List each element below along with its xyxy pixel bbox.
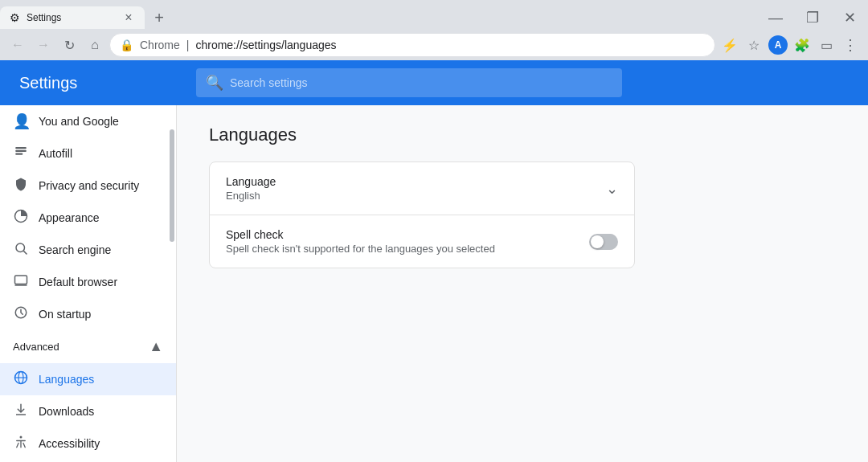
advanced-section-header[interactable]: Advanced ▲ <box>0 330 176 363</box>
sidebar-label-accessibility: Accessibility <box>39 437 100 450</box>
spell-check-item-text: Spell check Spell check isn't supported … <box>226 228 589 255</box>
minimize-button[interactable]: — <box>757 6 794 29</box>
sidebar-label-downloads: Downloads <box>39 405 94 418</box>
home-button[interactable]: ⌂ <box>84 34 106 56</box>
sidebar-item-languages[interactable]: Languages <box>0 363 176 395</box>
person-icon: 👤 <box>13 112 29 130</box>
sidebar-label-on-startup: On startup <box>39 308 91 321</box>
sidebar-item-you-and-google[interactable]: 👤 You and Google <box>0 105 176 137</box>
accessibility-icon <box>13 435 29 453</box>
close-window-button[interactable]: ✕ <box>831 6 868 29</box>
maximize-button[interactable]: ❐ <box>794 6 831 29</box>
page-title: Languages <box>209 125 836 145</box>
profile-avatar[interactable]: A <box>768 35 788 55</box>
address-separator: | <box>186 39 190 51</box>
downloads-icon <box>13 403 29 421</box>
toolbar-icons: ⚡ ☆ A 🧩 ▭ ⋮ <box>719 34 862 56</box>
profile-icon-wrap: A <box>767 34 789 56</box>
performance-button[interactable]: ⚡ <box>719 34 741 56</box>
toggle-thumb <box>591 235 604 248</box>
languages-icon <box>13 370 29 389</box>
tab-favicon: ⚙ <box>10 11 20 24</box>
address-url: chrome://settings/languages <box>195 39 705 51</box>
sidebar-label-search-engine: Search engine <box>39 243 111 256</box>
sidebar-label-default-browser: Default browser <box>39 276 117 288</box>
sidebar-item-default-browser[interactable]: Default browser <box>0 266 176 298</box>
extensions-button[interactable]: 🧩 <box>791 34 813 56</box>
search-icon: 🔍 <box>206 74 223 92</box>
settings-app-title: Settings <box>19 74 196 92</box>
language-item-subtitle: English <box>226 190 606 202</box>
svg-rect-0 <box>15 147 27 149</box>
tab-title: Settings <box>27 12 116 23</box>
sidebar-label-autofill: Autofill <box>39 147 72 160</box>
chrome-label: Chrome <box>140 39 180 51</box>
advanced-section-arrow: ▲ <box>149 338 163 355</box>
sidebar: 👤 You and Google Autofill Privacy and se… <box>0 105 177 462</box>
spell-check-item-title: Spell check <box>226 228 589 241</box>
settings-search-wrap[interactable]: 🔍 <box>196 68 622 97</box>
autofill-icon <box>13 145 29 163</box>
svg-rect-6 <box>15 276 27 284</box>
sidebar-label-languages: Languages <box>39 373 94 386</box>
sidebar-item-downloads[interactable]: Downloads <box>0 395 176 427</box>
main-content: Languages Language English ⌄ Spell check… <box>177 105 868 462</box>
settings-app: Settings 🔍 👤 You and Google Autofill <box>0 60 868 462</box>
advanced-section-title: Advanced <box>13 341 59 353</box>
language-item-title: Language <box>226 175 606 188</box>
settings-layout: 👤 You and Google Autofill Privacy and se… <box>0 105 868 462</box>
spell-check-item-subtitle: Spell check isn't supported for the lang… <box>226 243 589 255</box>
refresh-button[interactable]: ↻ <box>58 34 80 56</box>
sidebar-item-accessibility[interactable]: Accessibility <box>0 427 176 460</box>
search-engine-icon <box>13 241 29 260</box>
back-button[interactable]: ← <box>6 34 29 56</box>
language-item[interactable]: Language English ⌄ <box>210 162 634 215</box>
svg-rect-1 <box>15 149 27 151</box>
active-tab[interactable]: ⚙ Settings × <box>0 6 145 29</box>
sidebar-item-search-engine[interactable]: Search engine <box>0 234 176 266</box>
sidebar-label-privacy: Privacy and security <box>39 179 139 192</box>
sidebar-scrollbar-track <box>170 105 174 462</box>
svg-rect-2 <box>15 153 23 154</box>
cast-button[interactable]: ▭ <box>815 34 837 56</box>
svg-point-13 <box>20 435 23 438</box>
settings-search-input[interactable] <box>230 76 612 89</box>
window-controls: — ❐ ✕ <box>757 6 868 29</box>
spell-check-item[interactable]: Spell check Spell check isn't supported … <box>210 215 634 268</box>
startup-icon <box>13 305 29 324</box>
sidebar-label-you-and-google: You and Google <box>39 115 119 128</box>
bookmark-button[interactable]: ☆ <box>743 34 765 56</box>
language-chevron-icon: ⌄ <box>606 180 618 198</box>
shield-icon <box>13 177 29 195</box>
spell-check-toggle[interactable] <box>589 234 618 250</box>
forward-button[interactable]: → <box>32 34 55 56</box>
svg-point-4 <box>16 243 25 252</box>
sidebar-item-autofill[interactable]: Autofill <box>0 137 176 170</box>
security-lock-icon: 🔒 <box>120 39 133 51</box>
sidebar-label-appearance: Appearance <box>39 211 100 224</box>
svg-line-5 <box>23 251 27 254</box>
address-bar[interactable]: 🔒 Chrome | chrome://settings/languages <box>109 33 715 57</box>
tab-close-button[interactable]: × <box>122 11 135 24</box>
chrome-menu-button[interactable]: ⋮ <box>839 34 862 56</box>
language-item-text: Language English <box>226 175 606 202</box>
sidebar-scrollbar-thumb[interactable] <box>170 129 174 242</box>
languages-card: Language English ⌄ Spell check Spell che… <box>209 161 635 268</box>
new-tab-button[interactable]: + <box>148 6 170 29</box>
sidebar-item-appearance[interactable]: Appearance <box>0 202 176 234</box>
sidebar-item-on-startup[interactable]: On startup <box>0 298 176 330</box>
sidebar-item-privacy[interactable]: Privacy and security <box>0 170 176 202</box>
appearance-icon <box>13 209 29 227</box>
default-browser-icon <box>13 273 29 292</box>
settings-header: Settings 🔍 <box>0 60 868 105</box>
